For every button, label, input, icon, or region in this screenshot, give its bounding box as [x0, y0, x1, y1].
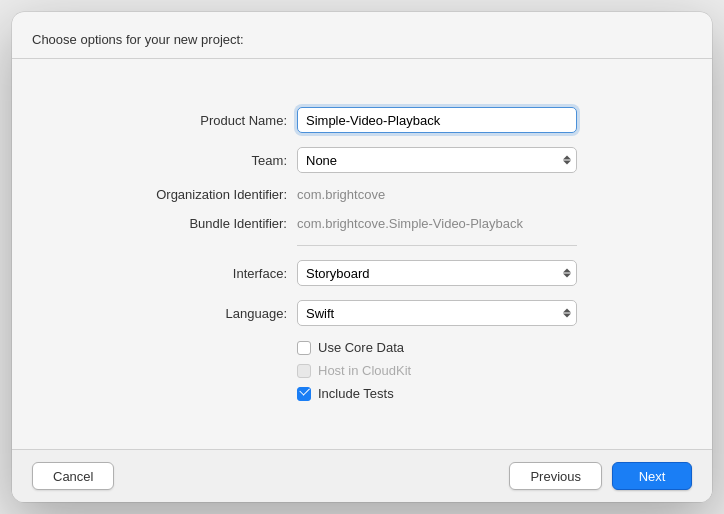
org-identifier-value: com.brightcove — [297, 187, 385, 202]
bundle-identifier-label: Bundle Identifier: — [102, 216, 297, 231]
product-name-row: Product Name: — [102, 107, 622, 133]
bundle-identifier-row: Bundle Identifier: com.brightcove.Simple… — [102, 216, 622, 231]
language-row: Language: Swift Objective-C — [102, 300, 622, 326]
checkboxes-container: Use Core Data Host in CloudKit Include T… — [297, 340, 622, 401]
dialog-header-text: Choose options for your new project: — [32, 32, 244, 47]
interface-row: Interface: Storyboard SwiftUI — [102, 260, 622, 286]
interface-select-container: Storyboard SwiftUI — [297, 260, 577, 286]
team-row: Team: None Personal Team — [102, 147, 622, 173]
language-select[interactable]: Swift Objective-C — [297, 300, 577, 326]
product-name-input[interactable] — [297, 107, 577, 133]
use-core-data-label: Use Core Data — [318, 340, 404, 355]
use-core-data-checkbox[interactable] — [297, 341, 311, 355]
use-core-data-row: Use Core Data — [297, 340, 622, 355]
team-select[interactable]: None Personal Team — [297, 147, 577, 173]
dialog-footer: Cancel Previous Next — [12, 449, 712, 502]
language-label: Language: — [102, 306, 297, 321]
org-identifier-row: Organization Identifier: com.brightcove — [102, 187, 622, 202]
interface-label: Interface: — [102, 266, 297, 281]
team-select-container: None Personal Team — [297, 147, 577, 173]
org-identifier-label: Organization Identifier: — [102, 187, 297, 202]
product-name-label: Product Name: — [102, 113, 297, 128]
include-tests-label: Include Tests — [318, 386, 394, 401]
host-in-cloudkit-label: Host in CloudKit — [318, 363, 411, 378]
new-project-dialog: Choose options for your new project: Pro… — [12, 12, 712, 502]
form-container: Product Name: Team: None Personal Team — [102, 107, 622, 401]
include-tests-checkbox[interactable] — [297, 387, 311, 401]
previous-button[interactable]: Previous — [509, 462, 602, 490]
dialog-body: Product Name: Team: None Personal Team — [12, 59, 712, 449]
next-button[interactable]: Next — [612, 462, 692, 490]
form-separator — [297, 245, 577, 246]
host-in-cloudkit-row: Host in CloudKit — [297, 363, 622, 378]
cancel-button[interactable]: Cancel — [32, 462, 114, 490]
team-label: Team: — [102, 153, 297, 168]
language-select-container: Swift Objective-C — [297, 300, 577, 326]
bundle-identifier-value: com.brightcove.Simple-Video-Playback — [297, 216, 523, 231]
host-in-cloudkit-checkbox[interactable] — [297, 364, 311, 378]
footer-right: Previous Next — [509, 462, 692, 490]
dialog-header: Choose options for your new project: — [12, 12, 712, 59]
include-tests-row: Include Tests — [297, 386, 622, 401]
interface-select[interactable]: Storyboard SwiftUI — [297, 260, 577, 286]
